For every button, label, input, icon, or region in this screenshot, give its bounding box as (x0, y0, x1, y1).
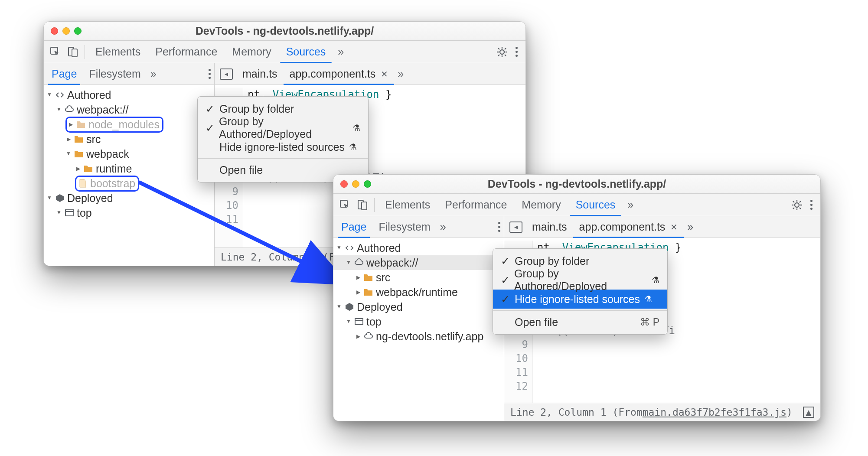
drawer-toggle-icon[interactable]: ▲ (803, 407, 814, 418)
tree-node-modules[interactable]: node_modules (44, 117, 214, 132)
folder-icon (363, 273, 374, 282)
flask-icon: ⚗ (349, 142, 357, 152)
nav-arrow-icon[interactable]: ◂ (509, 220, 523, 235)
subtab-filesystem[interactable]: Filesystem (83, 63, 147, 85)
titlebar: DevTools - ng-devtools.netlify.app/ (44, 22, 525, 41)
cloud-icon (363, 332, 374, 341)
subtab-filesystem[interactable]: Filesystem (372, 216, 436, 238)
filetab-main[interactable]: main.ts (236, 63, 284, 85)
menu-group-authored[interactable]: ✓Group by Authored/Deployed⚗ (198, 118, 368, 137)
close-icon[interactable] (340, 180, 348, 188)
code-icon (54, 90, 65, 100)
close-tab-icon[interactable]: ✕ (670, 222, 678, 232)
tab-elements[interactable]: Elements (379, 194, 436, 216)
folder-icon (83, 164, 94, 173)
folder-icon (75, 120, 87, 129)
folder-icon (73, 134, 85, 144)
main-toolbar: Elements Performance Memory Sources » (333, 194, 820, 216)
minimize-icon[interactable] (352, 180, 359, 188)
sources-subbar: Page Filesystem » ◂ main.ts app.componen… (44, 63, 525, 85)
inspect-icon[interactable] (48, 45, 63, 59)
cloud-icon (353, 258, 365, 267)
zoom-icon[interactable] (74, 27, 82, 35)
navigator-tree: Authored webpack:// src webpack/runtime … (333, 238, 504, 421)
sources-subbar: Page Filesystem » ◂ main.ts app.componen… (333, 216, 820, 238)
tree-webpack-folder[interactable]: webpack (44, 147, 214, 161)
tree-top[interactable]: top (44, 205, 214, 220)
gear-icon[interactable] (495, 45, 509, 59)
tree-runtime[interactable]: runtime (44, 161, 214, 176)
tree-webpack-runtime[interactable]: webpack/runtime (333, 285, 504, 300)
menu-group-authored[interactable]: ✓Group by Authored/Deployed⚗ (493, 270, 667, 290)
gear-icon[interactable] (790, 198, 804, 212)
device-icon[interactable] (65, 45, 80, 59)
filetab-appcomponent[interactable]: app.component.ts✕ (284, 63, 395, 85)
titlebar: DevTools - ng-devtools.netlify.app/ (333, 175, 820, 194)
navigator-context-menu: ✓Group by folder ✓Group by Authored/Depl… (197, 96, 369, 182)
tab-memory[interactable]: Memory (226, 41, 277, 63)
menu-hide-ignore[interactable]: Hide ignore-listed sources⚗ (198, 137, 368, 156)
frame-icon (353, 317, 365, 326)
kebab-icon[interactable] (807, 196, 816, 213)
flask-icon: ⚗ (652, 275, 659, 285)
navigator-menu-icon[interactable] (205, 65, 214, 82)
subtab-page[interactable]: Page (335, 216, 372, 238)
folder-icon (363, 287, 374, 297)
more-filetabs-icon[interactable]: » (684, 221, 697, 233)
subtab-page[interactable]: Page (46, 63, 83, 85)
tree-src[interactable]: src (44, 132, 214, 147)
device-icon[interactable] (355, 198, 370, 212)
tab-performance[interactable]: Performance (439, 194, 513, 216)
main-toolbar: Elements Performance Memory Sources » (44, 41, 525, 63)
tree-deployed[interactable]: Deployed (333, 300, 504, 314)
window-title: DevTools - ng-devtools.netlify.app/ (44, 25, 525, 37)
flask-icon: ⚗ (352, 123, 360, 133)
more-navtabs-icon[interactable]: » (147, 68, 160, 80)
tree-webpack[interactable]: webpack:// (333, 255, 504, 270)
more-tabs-icon[interactable]: » (334, 46, 347, 58)
cloud-icon (64, 105, 75, 114)
tab-elements[interactable]: Elements (89, 41, 147, 63)
minimize-icon[interactable] (62, 27, 70, 35)
kebab-icon[interactable] (512, 43, 521, 60)
navigator-context-menu: ✓Group by folder ✓Group by Authored/Depl… (493, 248, 668, 335)
frame-icon (64, 208, 75, 218)
status-bar: Line 2, Column 1 (From main.da63f7b2fe3f… (504, 403, 820, 421)
tree-authored[interactable]: Authored (44, 88, 214, 102)
filetab-main[interactable]: main.ts (526, 216, 573, 238)
menu-open-file[interactable]: Open file⌘ P (493, 313, 667, 332)
page-icon (77, 179, 88, 188)
folder-icon (73, 149, 85, 159)
more-navtabs-icon[interactable]: » (437, 221, 450, 233)
tree-webpack[interactable]: webpack:// (44, 102, 214, 117)
tree-bootstrap[interactable]: bootstrap (44, 176, 214, 191)
close-tab-icon[interactable]: ✕ (381, 69, 388, 79)
cube-icon (344, 302, 355, 312)
zoom-icon[interactable] (364, 180, 371, 188)
more-filetabs-icon[interactable]: » (394, 68, 407, 80)
tree-authored[interactable]: Authored (333, 241, 504, 255)
code-icon (344, 243, 355, 253)
navigator-tree: Authored webpack:// node_modules src web… (44, 85, 215, 266)
nav-arrow-icon[interactable]: ◂ (219, 67, 234, 81)
flask-icon: ⚗ (644, 294, 652, 304)
tree-top[interactable]: top (333, 314, 504, 329)
more-tabs-icon[interactable]: » (624, 199, 637, 211)
tab-memory[interactable]: Memory (516, 194, 567, 216)
close-icon[interactable] (51, 27, 58, 35)
tab-performance[interactable]: Performance (149, 41, 223, 63)
navigator-menu-icon[interactable] (495, 218, 504, 235)
tree-domain[interactable]: ng-devtools.netlify.app (333, 329, 504, 344)
cube-icon (54, 193, 65, 203)
tree-deployed[interactable]: Deployed (44, 191, 214, 205)
tab-sources[interactable]: Sources (570, 194, 622, 216)
window-title: DevTools - ng-devtools.netlify.app/ (333, 178, 820, 190)
inspect-icon[interactable] (338, 198, 352, 212)
tree-src[interactable]: src (333, 270, 504, 285)
filetab-appcomponent[interactable]: app.component.ts✕ (573, 216, 684, 238)
tab-sources[interactable]: Sources (280, 41, 332, 63)
